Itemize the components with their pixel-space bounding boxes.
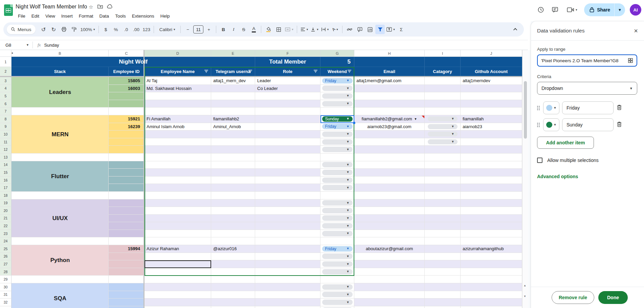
cell[interactable]: [461, 253, 522, 261]
cell[interactable]: [354, 283, 425, 291]
column-header-J[interactable]: J: [461, 50, 522, 57]
delete-item-icon[interactable]: [616, 121, 622, 129]
cell[interactable]: [461, 199, 522, 207]
row-header[interactable]: 8: [0, 115, 12, 123]
weekend-dropdown-chip[interactable]: ▼: [322, 215, 353, 221]
done-button[interactable]: Done: [598, 291, 628, 304]
cell[interactable]: [109, 291, 145, 299]
cell[interactable]: [255, 253, 320, 261]
share-dropdown-arrow[interactable]: ▼: [615, 8, 625, 12]
column-header-G[interactable]: G: [320, 50, 354, 57]
cell[interactable]: [145, 306, 211, 308]
cell[interactable]: [255, 184, 320, 192]
cell[interactable]: [425, 199, 461, 207]
cell[interactable]: ▼: [320, 222, 354, 230]
cell[interactable]: [109, 192, 145, 199]
meet-video-icon[interactable]: ▾: [564, 5, 579, 15]
cell[interactable]: [255, 146, 320, 153]
column-title-role[interactable]: Role: [255, 67, 320, 76]
cell[interactable]: [425, 253, 461, 261]
cell[interactable]: ▼: [320, 253, 354, 261]
cell[interactable]: [425, 245, 461, 253]
cell[interactable]: [145, 207, 211, 215]
row-header[interactable]: 27: [0, 260, 12, 268]
cell[interactable]: ▼: [320, 291, 354, 299]
cell[interactable]: [461, 291, 522, 299]
cell[interactable]: [12, 131, 109, 138]
cell[interactable]: 16003: [109, 85, 145, 93]
column-title-weekend[interactable]: Weekend: [320, 67, 354, 76]
cell[interactable]: [425, 100, 461, 108]
more-formats-button[interactable]: 123: [142, 25, 152, 34]
column-title-employee-name[interactable]: Employee Name: [145, 67, 211, 76]
cell[interactable]: [461, 283, 522, 291]
cell[interactable]: [145, 291, 211, 299]
version-history-icon[interactable]: [536, 5, 546, 15]
cell[interactable]: [109, 138, 145, 146]
borders-button[interactable]: [274, 25, 283, 34]
cell[interactable]: [145, 268, 211, 276]
column-title-catagory[interactable]: Catagory: [425, 67, 461, 76]
cell[interactable]: [109, 268, 145, 276]
cell[interactable]: [109, 299, 145, 306]
cell[interactable]: altaj1merndev: [461, 77, 522, 85]
cell[interactable]: [255, 276, 320, 283]
cell[interactable]: [461, 161, 522, 169]
row-header[interactable]: 28: [0, 268, 12, 276]
weekend-dropdown-chip[interactable]: ▼: [322, 284, 353, 290]
banner-title[interactable]: Night Wolf: [12, 57, 255, 67]
cell[interactable]: [255, 169, 320, 176]
cell[interactable]: [354, 192, 425, 199]
cell[interactable]: fiamanillahb2: [211, 115, 255, 123]
cell[interactable]: [425, 77, 461, 85]
cell[interactable]: [145, 199, 211, 207]
fill-color-button[interactable]: [264, 25, 273, 34]
cell[interactable]: [461, 268, 522, 276]
menu-extensions[interactable]: Extensions: [130, 13, 157, 19]
cell[interactable]: [425, 268, 461, 276]
weekend-dropdown-chip[interactable]: ▼: [322, 132, 353, 137]
cell[interactable]: [12, 169, 109, 176]
cell[interactable]: [12, 237, 109, 245]
cell[interactable]: [145, 192, 211, 199]
cell[interactable]: [461, 146, 522, 153]
cell[interactable]: [461, 207, 522, 215]
cell[interactable]: [425, 207, 461, 215]
comment-history-icon[interactable]: [550, 5, 560, 15]
cell[interactable]: ▼: [320, 230, 354, 238]
cell[interactable]: [425, 57, 461, 67]
cell[interactable]: [354, 253, 425, 261]
cell[interactable]: [12, 222, 109, 230]
select-all-corner[interactable]: [0, 50, 12, 57]
cell[interactable]: [145, 260, 211, 268]
text-wrap-button[interactable]: [320, 25, 330, 34]
cell[interactable]: Fi Amanillah: [145, 115, 211, 123]
weekend-dropdown-chip[interactable]: ▼: [322, 139, 353, 145]
cell[interactable]: [425, 85, 461, 93]
cell[interactable]: [145, 184, 211, 192]
cell[interactable]: [255, 192, 320, 199]
cell[interactable]: [211, 237, 255, 245]
cell[interactable]: [354, 92, 425, 100]
cell[interactable]: [109, 131, 145, 138]
cell[interactable]: [12, 138, 109, 146]
weekend-dropdown-chip[interactable]: ▼: [322, 261, 353, 267]
cell[interactable]: [109, 276, 145, 283]
cell[interactable]: [12, 253, 109, 261]
cell[interactable]: [211, 138, 255, 146]
cell[interactable]: ▼: [425, 131, 461, 138]
item-value-input[interactable]: Friday: [562, 101, 614, 114]
weekend-dropdown-chip[interactable]: ▼: [322, 185, 353, 190]
cell[interactable]: aiarnob23@gmail.com: [354, 123, 425, 131]
row-header[interactable]: 16: [0, 176, 12, 184]
cell[interactable]: [145, 100, 211, 108]
cell[interactable]: [255, 131, 320, 138]
cell[interactable]: [145, 253, 211, 261]
name-box[interactable]: G8▼: [0, 43, 32, 48]
cell[interactable]: [145, 222, 211, 230]
scroll-up-icon[interactable]: ▲: [524, 284, 526, 287]
cell[interactable]: [109, 306, 145, 308]
format-currency-button[interactable]: $: [101, 25, 111, 34]
cell[interactable]: [211, 131, 255, 138]
cell[interactable]: [211, 184, 255, 192]
